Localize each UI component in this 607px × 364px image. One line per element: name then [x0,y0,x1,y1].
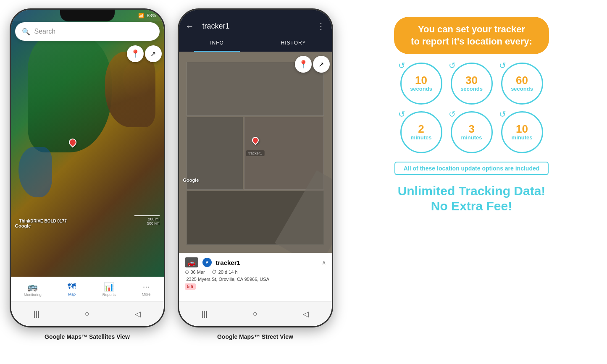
arrow-10min: ↺ [499,109,506,119]
phone2-caption: Google Maps™ Street View [217,333,293,340]
phone1: 📶 83% 🔍 Search ThinkDRIVE BOLD 0177 [10,8,165,327]
phone1-screen: 📶 83% 🔍 Search ThinkDRIVE BOLD 0177 [11,10,164,326]
arrow-30sec: ↺ [449,60,456,71]
map-terrain [123,63,148,97]
unlimited-line2: No Extra Fee! [398,199,546,214]
clock-icon: ⊙ [185,269,189,275]
arrow-10sec: ↺ [398,60,405,71]
back-button[interactable]: ← [186,21,194,31]
map-water [18,147,52,197]
tracker-map-label: tracker1 [246,150,265,156]
num-10min: 10 [516,123,528,134]
tracker-name-card: tracker1 [216,259,318,266]
info-meta: ⊙ 06 Mar ⏱ 20 d 14 h [185,269,326,275]
included-text: All of these location update options are… [404,165,540,172]
info-date: 06 Mar [191,270,205,275]
map-icon: 🗺 [68,282,76,291]
tab-history[interactable]: HISTORY [255,34,332,52]
navigate-button2[interactable]: ↗ [313,56,330,73]
info-address: 2325 Myers St, Oroville, CA 95966, USA [187,277,326,282]
right-panel: You can set your tracker to report it's … [346,8,598,222]
phone1-notch [60,10,115,21]
phone1-wrapper: 📶 83% 🔍 Search ThinkDRIVE BOLD 0177 [10,8,165,340]
interval-10min: ↺ 10 minutes [501,111,543,153]
unlimited-text: Unlimited Tracking Data! No Extra Fee! [398,183,546,214]
phone1-bottom-nav: 🚌 Monitoring 🗺 Map 📊 Reports ··· More [11,277,164,301]
phone2-map[interactable]: tracker1 Google [179,52,332,255]
nav-map[interactable]: 🗺 Map [68,282,76,296]
map-scale1: 200 mi 500 km [134,215,160,225]
unit-2min: minutes [411,134,432,141]
intervals-grid: ↺ 10 seconds ↺ 30 seconds ↺ 60 seconds ↺ [400,63,543,153]
phone2-title: tracker1 [202,22,308,31]
nav-monitoring[interactable]: 🚌 Monitoring [24,282,42,297]
promo-banner: You can set your tracker to report it's … [394,17,549,54]
phone2: 📶 83% ← tracker1 ⋮ INFO HISTORY [178,8,333,327]
navigate-icon2: ↗ [318,60,324,68]
compass-icon2: 📍 [299,60,308,69]
search-icon: 🔍 [22,28,30,36]
interval-2min: ↺ 2 minutes [400,111,442,153]
phone1-search-bar[interactable]: 🔍 Search [15,22,160,41]
phone2-tabs: INFO HISTORY [179,34,332,52]
interval-10sec: ↺ 10 seconds [400,63,442,105]
unit-10sec: seconds [410,86,432,92]
num-30sec: 30 [465,75,478,86]
nav-monitoring-label: Monitoring [24,293,42,297]
phone2-screen: 📶 83% ← tracker1 ⋮ INFO HISTORY [179,10,332,326]
included-banner: All of these location update options are… [394,162,549,175]
tracker-label1: ThinkDRIVE BOLD 0177 [19,219,67,223]
compass-icon1: 📍 [131,49,140,58]
interval-60sec: ↺ 60 seconds [501,63,543,105]
gesture-back2: ||| [202,309,208,318]
navigate-button1[interactable]: ↗ [145,45,162,62]
promo-line1: You can set your tracker to report it's … [411,24,532,47]
gesture-recent1: ◁ [135,309,141,319]
compass-button1[interactable]: 📍 [127,45,144,62]
car-marker1 [67,137,78,147]
timer-icon: ⏱ [212,269,217,275]
arrow-3min: ↺ [449,109,456,119]
num-3min: 3 [468,123,474,134]
date-meta: ⊙ 06 Mar [185,269,205,275]
phone1-battery: 83% [147,13,156,18]
navigate-icon1: ↗ [150,50,156,58]
reports-icon: 📊 [104,282,114,292]
expand-icon[interactable]: ∧ [322,259,326,266]
tab-info[interactable]: INFO [179,34,255,52]
more-icon: ··· [143,282,150,291]
gesture-back1: ||| [34,309,39,318]
unit-3min: minutes [461,134,482,141]
interval-3min: ↺ 3 minutes [451,111,493,153]
nav-more-label: More [142,292,151,296]
arrow-2min: ↺ [398,109,405,119]
search-placeholder: Search [34,28,56,35]
phone1-caption: Google Maps™ Satellites View [45,333,130,340]
tab-info-label: INFO [210,40,224,46]
phone2-gesture-bar: ||| ○ ◁ [179,301,332,326]
nav-map-label: Map [68,292,76,296]
num-10sec: 10 [415,75,427,86]
info-card-header: 🚗 P tracker1 ∧ [185,257,326,267]
unit-10min: minutes [512,134,533,141]
more-button[interactable]: ⋮ [317,21,325,31]
unlimited-line1: Unlimited Tracking Data! [398,183,546,199]
phone2-wrapper: 📶 83% ← tracker1 ⋮ INFO HISTORY [178,8,333,340]
car-thumbnail: 🚗 [185,257,198,267]
num-60sec: 60 [516,75,528,86]
intervals-row-1: ↺ 10 seconds ↺ 30 seconds ↺ 60 seconds [400,63,543,105]
arrow-60sec: ↺ [499,60,506,71]
num-2min: 2 [418,123,424,134]
nav-more[interactable]: ··· More [142,282,151,296]
phone2-header: ← tracker1 ⋮ [179,10,332,34]
unit-30sec: seconds [460,86,483,92]
duration-meta: ⏱ 20 d 14 h [212,269,238,275]
interval-30sec: ↺ 30 seconds [451,63,493,105]
phone1-gesture-bar: ||| ○ ◁ [11,301,164,326]
info-card: 🚗 P tracker1 ∧ ⊙ 06 Mar ⏱ 20 d 14 h [179,253,332,301]
nav-reports-label: Reports [102,293,116,297]
gesture-home2: ○ [253,309,258,318]
google-logo2: Google [183,178,199,183]
compass-button2[interactable]: 📍 [295,56,312,73]
nav-reports[interactable]: 📊 Reports [102,282,116,297]
